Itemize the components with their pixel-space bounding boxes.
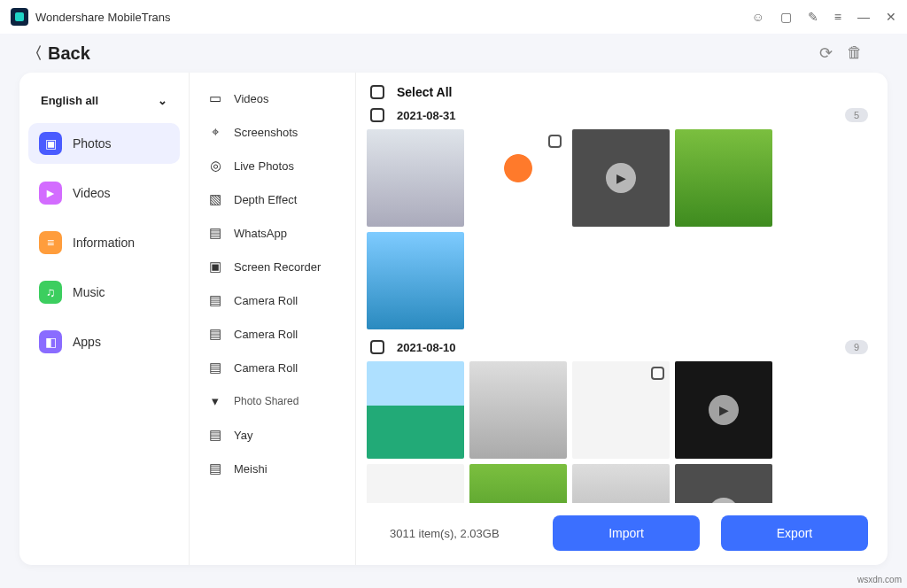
main-panel: English all ⌄ ▣Photos►Videos≡Information…: [19, 73, 888, 565]
album-label: Camera Roll: [234, 328, 298, 341]
content-area: Select All 2021-08-315▶2021-08-109▶▶2021…: [356, 73, 888, 565]
thumb-checkbox[interactable]: [548, 135, 562, 148]
photo-scroll[interactable]: Select All 2021-08-315▶2021-08-109▶▶2021…: [367, 81, 872, 503]
group-count: 9: [845, 340, 868, 354]
photo-thumbnail[interactable]: ▶: [675, 361, 772, 459]
view-actions: ⟳ 🗑: [819, 43, 863, 63]
thumb-checkbox[interactable]: [651, 367, 664, 380]
album-item[interactable]: ▤Yay: [193, 418, 352, 452]
chevron-down-icon: ⌄: [158, 94, 167, 107]
thumbnail-row: ▶: [367, 126, 872, 335]
album-icon: ▤: [207, 360, 223, 375]
photo-thumbnail[interactable]: [367, 232, 464, 329]
menu-icon[interactable]: ≡: [834, 10, 841, 24]
category-label: Music: [73, 285, 105, 299]
album-item[interactable]: ⌖Screenshots: [193, 115, 352, 149]
language-label: English all: [41, 94, 98, 107]
photo-thumbnail[interactable]: [572, 464, 670, 503]
select-all-row: Select All: [367, 81, 872, 103]
photo-thumbnail[interactable]: [469, 361, 567, 459]
album-label: Live Photos: [234, 159, 294, 173]
photo-thumbnail[interactable]: ▶: [675, 464, 772, 503]
video-overlay: ▶: [572, 129, 670, 227]
album-icon: ▤: [207, 326, 223, 342]
information-icon: ≡: [39, 231, 62, 254]
album-item[interactable]: ▣Screen Recorder: [193, 250, 352, 283]
apps-icon: ◧: [39, 330, 62, 353]
play-icon: ▶: [709, 498, 739, 503]
category-apps[interactable]: ◧Apps: [28, 321, 180, 362]
back-button[interactable]: 〈 Back: [27, 43, 819, 64]
category-label: Videos: [73, 186, 111, 200]
album-item[interactable]: ▤Camera Roll: [193, 317, 352, 351]
group-checkbox[interactable]: [370, 108, 384, 122]
album-icon: ▣: [207, 259, 223, 275]
language-selector[interactable]: English all ⌄: [28, 85, 180, 116]
album-icon: ▧: [207, 191, 223, 207]
album-item[interactable]: ▤Camera Roll: [193, 351, 352, 384]
category-label: Photos: [73, 136, 112, 151]
category-information[interactable]: ≡Information: [28, 222, 180, 263]
feedback-icon[interactable]: ▢: [780, 10, 792, 24]
back-row: 〈 Back ⟳ 🗑: [0, 34, 907, 73]
album-icon: ▤: [207, 225, 223, 241]
album-item[interactable]: ▾Photo Shared: [193, 384, 352, 418]
album-item[interactable]: ▭Videos: [193, 81, 352, 115]
category-videos[interactable]: ►Videos: [28, 173, 180, 213]
refresh-icon[interactable]: ⟳: [819, 43, 833, 63]
album-label: Depth Effect: [234, 193, 297, 206]
watermark: wsxdn.com: [857, 575, 902, 584]
photo-thumbnail[interactable]: [469, 464, 567, 503]
titlebar: Wondershare MobileTrans ☺ ▢ ✎ ≡ — ✕: [0, 0, 907, 34]
thumbnail-row: ▶▶: [367, 358, 872, 503]
group-count: 5: [845, 108, 868, 122]
photo-thumbnail[interactable]: [367, 464, 464, 503]
group-date: 2021-08-31: [397, 109, 833, 122]
album-item[interactable]: ▤WhatsApp: [193, 216, 352, 250]
user-icon[interactable]: ☺: [752, 10, 764, 24]
album-item[interactable]: ▤Meishi: [193, 452, 352, 485]
close-icon[interactable]: ✕: [886, 10, 896, 24]
import-button[interactable]: Import: [553, 515, 700, 551]
album-icon: ▤: [207, 427, 223, 443]
app-title: Wondershare MobileTrans: [35, 11, 752, 24]
photo-thumbnail[interactable]: [367, 129, 464, 227]
export-button[interactable]: Export: [721, 515, 868, 551]
minimize-icon[interactable]: —: [857, 10, 870, 24]
album-icon: ▾: [207, 393, 223, 409]
album-item[interactable]: ◎Live Photos: [193, 149, 352, 182]
app-logo: [11, 8, 28, 26]
category-label: Information: [73, 236, 135, 250]
photo-thumbnail[interactable]: [469, 129, 567, 227]
chevron-left-icon: 〈: [27, 43, 43, 64]
album-label: Screen Recorder: [234, 260, 321, 274]
album-item[interactable]: ▤Camera Roll: [193, 283, 352, 317]
album-label: Screenshots: [234, 126, 298, 139]
date-group-header: 2021-08-109: [367, 335, 872, 358]
album-icon: ▤: [207, 292, 223, 308]
album-label: Yay: [234, 429, 252, 442]
group-checkbox[interactable]: [370, 340, 384, 354]
footer: 3011 item(s), 2.03GB Import Export: [367, 503, 872, 565]
video-overlay: ▶: [675, 464, 772, 503]
photo-thumbnail[interactable]: [675, 129, 772, 227]
album-item[interactable]: ▧Depth Effect: [193, 182, 352, 216]
photo-thumbnail[interactable]: ▶: [572, 129, 670, 227]
category-photos[interactable]: ▣Photos: [28, 123, 180, 164]
edit-icon[interactable]: ✎: [808, 10, 818, 24]
album-list: ▭Videos⌖Screenshots◎Live Photos▧Depth Ef…: [190, 73, 356, 565]
album-icon: ◎: [207, 158, 223, 174]
category-sidebar: English all ⌄ ▣Photos►Videos≡Information…: [19, 73, 190, 565]
select-all-checkbox[interactable]: [370, 85, 384, 99]
category-music[interactable]: ♫Music: [28, 272, 180, 313]
videos-icon: ►: [39, 182, 62, 205]
music-icon: ♫: [39, 281, 62, 304]
category-label: Apps: [73, 335, 101, 349]
item-count: 3011 item(s), 2.03GB: [390, 527, 531, 540]
album-label: Meishi: [234, 462, 267, 476]
photo-thumbnail[interactable]: [367, 361, 464, 459]
album-icon: ▤: [207, 460, 223, 476]
photo-thumbnail[interactable]: [572, 361, 670, 459]
date-group-header: 2021-08-315: [367, 103, 872, 126]
trash-icon[interactable]: 🗑: [847, 43, 863, 63]
